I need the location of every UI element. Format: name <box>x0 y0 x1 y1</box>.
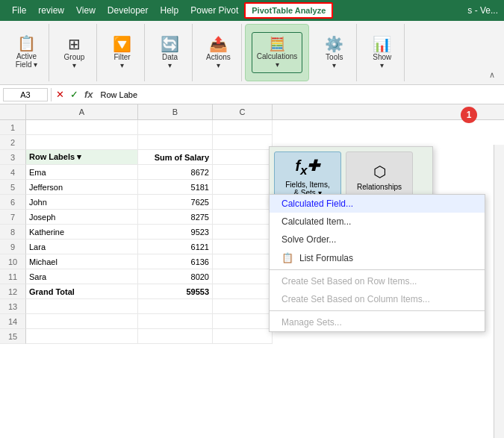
cell-12b[interactable]: 59553 <box>138 284 213 299</box>
data-button[interactable]: 🔄 Data▾ <box>155 32 185 73</box>
activefield-icon: 📋 <box>17 36 36 51</box>
show-button[interactable]: 📊 Show▾ <box>367 32 397 73</box>
cell-11b[interactable]: 8020 <box>138 269 213 284</box>
menu-file[interactable]: File <box>6 2 32 19</box>
cell-5a[interactable]: Jefferson <box>26 180 138 195</box>
cell-12c[interactable] <box>213 284 273 299</box>
cell-15a[interactable] <box>26 329 138 344</box>
cell-7a[interactable]: Joseph <box>26 210 138 225</box>
cell-12a[interactable]: Grand Total <box>26 284 138 299</box>
create-set-row-item: Create Set Based on Row Items... <box>270 272 485 290</box>
menu-pivottable-analyze[interactable]: PivotTable Analyze <box>244 2 333 19</box>
cell-4a[interactable]: Ema <box>26 165 138 180</box>
cell-8a[interactable]: Katherine <box>26 225 138 240</box>
cell-5b[interactable]: 5181 <box>138 180 213 195</box>
col-headers: A B C <box>0 104 504 120</box>
row-num-7: 7 <box>0 210 26 225</box>
solve-order-item[interactable]: Solve Order... <box>270 231 485 248</box>
row-num-8: 8 <box>0 225 26 240</box>
cell-3b[interactable]: Sum of Salary <box>138 150 213 165</box>
cell-reference[interactable]: A3 <box>3 88 48 101</box>
menu-developer[interactable]: Developer <box>102 2 155 19</box>
ribbon: 📋 ActiveField ▾ ⊞ Group▾ <box>0 21 504 85</box>
row-num-10: 10 <box>0 254 26 269</box>
ribbon-group-tools: ⚙️ Tools▾ <box>312 24 357 81</box>
cell-3c[interactable] <box>213 150 273 165</box>
activefield-button[interactable]: 📋 ActiveField ▾ <box>11 31 42 72</box>
ribbon-group-activefield: 📋 ActiveField ▾ <box>4 24 49 81</box>
fields-items-sets-icon: fx✚ <box>296 157 320 178</box>
fields-items-sets-dropdown[interactable]: Calculated Field... Calculated Item... S… <box>269 194 485 332</box>
menu-view[interactable]: View <box>70 2 102 19</box>
calculated-field-item[interactable]: Calculated Field... <box>270 195 485 213</box>
cell-10c[interactable] <box>213 254 273 269</box>
cell-7c[interactable] <box>213 210 273 225</box>
formula-fx-btn[interactable]: fx <box>83 89 95 100</box>
cell-3a[interactable]: Row Labels ▾ <box>26 150 138 165</box>
calculations-button[interactable]: 🧮 Calculations▾ <box>252 32 302 73</box>
show-icon: 📊 <box>373 37 391 51</box>
menu-review[interactable]: review <box>32 2 70 19</box>
row-num-14: 14 <box>0 314 26 329</box>
col-header-a: A <box>26 104 138 119</box>
row-num-15: 15 <box>0 329 26 344</box>
cell-14c[interactable] <box>213 314 273 329</box>
cell-13a[interactable] <box>26 299 138 314</box>
cell-15c[interactable] <box>213 329 273 344</box>
row-num-9: 9 <box>0 240 26 254</box>
cell-5c[interactable] <box>213 180 273 195</box>
cell-10b[interactable]: 6136 <box>138 254 213 269</box>
calculations-label: Calculations▾ <box>257 52 297 69</box>
formula-bar: A3 ✕ ✓ fx <box>0 85 504 104</box>
row-num-12: 12 <box>0 284 26 299</box>
cell-9c[interactable] <box>213 240 273 254</box>
ribbon-collapse-btn[interactable]: ∧ <box>485 69 500 81</box>
data-label: Data▾ <box>162 53 178 69</box>
list-formulas-item[interactable]: 📋 List Formulas <box>270 248 485 267</box>
cell-13c[interactable] <box>213 299 273 314</box>
cell-14b[interactable] <box>138 314 213 329</box>
filter-button[interactable]: 🔽 Filter▾ <box>108 32 137 73</box>
ribbon-group-show: 📊 Show▾ <box>360 24 405 81</box>
cell-11a[interactable]: Sara <box>26 269 138 284</box>
cell-13b[interactable] <box>138 299 213 314</box>
calculated-item-item[interactable]: Calculated Item... <box>270 213 485 231</box>
cell-9b[interactable]: 6121 <box>138 240 213 254</box>
cell-8b[interactable]: 9523 <box>138 225 213 240</box>
cell-2c[interactable] <box>213 135 273 150</box>
tools-button[interactable]: ⚙️ Tools▾ <box>320 32 349 73</box>
cell-1b[interactable] <box>138 120 213 135</box>
manage-sets-item: Manage Sets... <box>270 313 485 331</box>
cell-2a[interactable] <box>26 135 138 150</box>
cell-9a[interactable]: Lara <box>26 240 138 254</box>
cell-6a[interactable]: John <box>26 195 138 210</box>
filter-label: Filter▾ <box>113 53 130 69</box>
cell-6b[interactable]: 7625 <box>138 195 213 210</box>
calculated-item-label: Calculated Item... <box>281 216 351 227</box>
formula-cancel-btn[interactable]: ✕ <box>55 89 66 100</box>
formula-input[interactable] <box>98 90 501 99</box>
menu-help[interactable]: Help <box>155 2 185 19</box>
cell-4c[interactable] <box>213 165 273 180</box>
cell-7b[interactable]: 8275 <box>138 210 213 225</box>
cell-1c[interactable] <box>213 120 273 135</box>
cell-4b[interactable]: 8672 <box>138 165 213 180</box>
cell-14a[interactable] <box>26 314 138 329</box>
cell-8c[interactable] <box>213 225 273 240</box>
formula-confirm-btn[interactable]: ✓ <box>69 89 80 100</box>
cell-6c[interactable] <box>213 195 273 210</box>
menu-powerpivot[interactable]: Power Pivot <box>184 2 244 19</box>
cell-2b[interactable] <box>138 135 213 150</box>
window-title: s - Ve... <box>467 5 498 16</box>
col-header-c: C <box>213 104 273 119</box>
col-header-b: B <box>138 104 213 119</box>
relationships-label: Relationships <box>357 183 402 191</box>
group-button[interactable]: ⊞ Group▾ <box>60 32 90 73</box>
actions-button[interactable]: 📤 Actions▾ <box>202 32 235 73</box>
cell-11c[interactable] <box>213 269 273 284</box>
cell-15b[interactable] <box>138 329 213 344</box>
row-num-3: 3 <box>0 150 26 165</box>
cell-1a[interactable] <box>26 120 138 135</box>
row-num-2: 2 <box>0 135 26 150</box>
cell-10a[interactable]: Michael <box>26 254 138 269</box>
